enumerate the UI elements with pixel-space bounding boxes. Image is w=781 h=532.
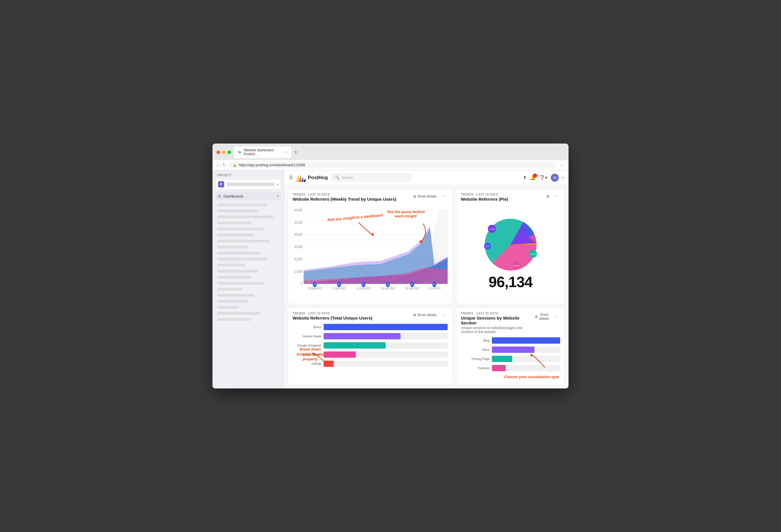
sidebar: PROJECT P ▾ ⊞ Dashboards ▾ [212,170,284,388]
card-meta-total: TRENDS · LAST 30 DAYS [293,312,372,315]
sidebar-item-dashboards[interactable]: ⊞ Dashboards ▾ [215,192,281,200]
reload-button[interactable]: ↻ [222,163,226,167]
bar-row-blog: Blog [461,337,560,344]
table-icon: ⊞ [413,194,416,198]
bar-fill-pricing [492,356,512,362]
hamburger-button[interactable]: ☰ [289,175,293,180]
svg-text:9+: 9+ [433,283,435,286]
more-options-sessions[interactable]: ⋯ [553,313,560,320]
bar-label-docs: Docs [461,348,490,352]
sidebar-skeleton [215,203,281,322]
bar-fill-docs [492,346,534,353]
logo-area: PostHog [296,174,328,182]
tab-title: Website dashboard · PostHo… [244,148,282,156]
show-details-button-weekly[interactable]: ⊞ Show details [411,194,439,199]
browser-tab[interactable]: 🐦 Website dashboard · PostHo… × [234,147,291,158]
card-title-pie: Website Referrers (Pie) [461,197,508,202]
project-selector[interactable]: P ▾ [215,179,281,190]
bar-row-hackernews: Hacker News [293,333,448,339]
tab-close-icon[interactable]: × [285,150,287,155]
tab-favicon: 🐦 [238,151,242,154]
notification-count: 1 [533,174,537,178]
dashboards-icon: ⊞ [218,194,221,198]
more-options-weekly[interactable]: ⋯ [441,193,448,200]
card-title-sessions: Unique Sessions by Website Section [461,316,533,325]
bar-track-hackernews [324,333,448,339]
card-header-pie: TRENDS · LAST 30 DAYS Website Referrers … [461,193,560,202]
address-bar: ‹ › ↻ 🔒 https://app.posthog.com/dashboar… [212,160,569,170]
more-options-total[interactable]: ⋯ [441,312,448,318]
svg-text:20,000: 20,000 [294,257,302,261]
bar-fill-hackernews [324,333,401,339]
help-button[interactable]: ❓▾ [539,175,547,180]
avatar[interactable]: U [551,174,559,182]
bar-label-hackernews: Hacker News [293,334,321,338]
bar-row-github: GitHub [293,361,448,367]
upload-button[interactable]: ⬆ [523,175,527,180]
sidebar-chevron-icon: ▾ [277,194,279,198]
card-actions-sessions: ⊞ Show details ⋯ [533,312,560,322]
search-icon: 🔍 [335,175,340,180]
maximize-button[interactable] [228,151,231,154]
show-details-button-total[interactable]: ⊞ Show details [411,312,439,318]
bar-fill-google-organic [324,342,385,349]
sidebar-item-label: Dashboards [223,194,244,198]
svg-text:7,294: 7,294 [489,228,495,231]
url-box[interactable]: 🔒 https://app.posthog.com/dashboard/1234… [229,162,557,168]
search-placeholder: Search... [341,175,356,180]
show-details-button-pie[interactable]: ⊞ [545,194,551,199]
card-actions-total: ⊞ Show details ⋯ [411,312,448,318]
bar-label-blog: Blog [461,339,490,342]
chevron-down-icon: ▾ [277,182,279,186]
bar-track-pricing [492,356,560,362]
card-subtitle-sessions: Unique sessions to individual pages and … [461,326,533,334]
back-button[interactable]: ‹ [216,163,218,167]
browser-more-button[interactable]: ⋯ [559,162,565,168]
bar-chart-sessions: Blog Docs Pricing Page [461,336,560,381]
svg-text:9+: 9+ [338,283,340,286]
bar-fill-tutorials [492,365,506,371]
tab-bar: 🐦 Website dashboard · PostHo… × + [234,147,299,158]
card-header-weekly: TRENDS · LAST 30 DAYS Website Referrers … [293,193,448,202]
search-box[interactable]: 🔍 Search... [331,173,412,182]
minimize-button[interactable] [222,151,226,154]
bar-row-direct: Direct [293,324,448,330]
bar-label-google-organic: Google (Organic) [293,344,321,347]
logo-text: PostHog [308,175,328,180]
bar-chart-total: Direct Hacker News Google [293,323,448,381]
svg-text:0: 0 [301,282,302,286]
bar-row-google-paid: Google (Paid) [293,352,448,358]
bar-fill-github [324,361,334,367]
table-icon-sessions: ⊞ [535,315,538,319]
close-button[interactable] [216,151,220,154]
bar-row-tutorials: Tutorials [461,365,560,371]
card-meta-sessions: TRENDS · LAST 30 DAYS [461,312,533,315]
card-weekly-trend: TRENDS · LAST 30 DAYS Website Referrers … [288,189,453,304]
card-actions-pie: ⊞ ⋯ [545,193,560,200]
new-tab-button[interactable]: + [293,149,299,155]
svg-text:9+: 9+ [411,283,413,286]
project-label: PROJECT [215,174,281,177]
svg-text:50,000: 50,000 [294,220,302,224]
bar-label-tutorials: Tutorials [461,366,490,370]
lock-icon: 🔒 [233,163,237,167]
show-details-button-sessions[interactable]: ⊞ Show details [533,312,551,322]
card-title-total: Website Referrers (Total Unique Users) [293,316,372,320]
title-bar: 🐦 Website dashboard · PostHo… × + [212,144,569,160]
card-header-total: TRENDS · LAST 30 DAYS Website Referrers … [293,312,448,320]
bar-track-github [324,361,448,367]
more-options-pie[interactable]: ⋯ [553,193,560,200]
bar-track-tutorials [492,365,560,371]
bar-label-direct: Direct [293,325,321,329]
svg-marker-3 [303,178,305,181]
bar-label-github: GitHub [293,362,321,366]
card-header-sessions: TRENDS · LAST 30 DAYS Unique Sessions by… [461,312,560,334]
svg-text:30,000: 30,000 [294,245,302,249]
notifications-button[interactable]: 🔔 1 [530,175,536,180]
pie-chart-svg: 7,294 419 21,661 39,69 [479,213,542,276]
svg-text:21,661: 21,661 [513,264,520,267]
bar-row-docs: Docs [461,346,560,353]
svg-text:9+: 9+ [362,283,364,286]
card-meta-pie: TRENDS · LAST 30 DAYS [461,193,508,196]
forward-button[interactable]: › [220,163,221,167]
